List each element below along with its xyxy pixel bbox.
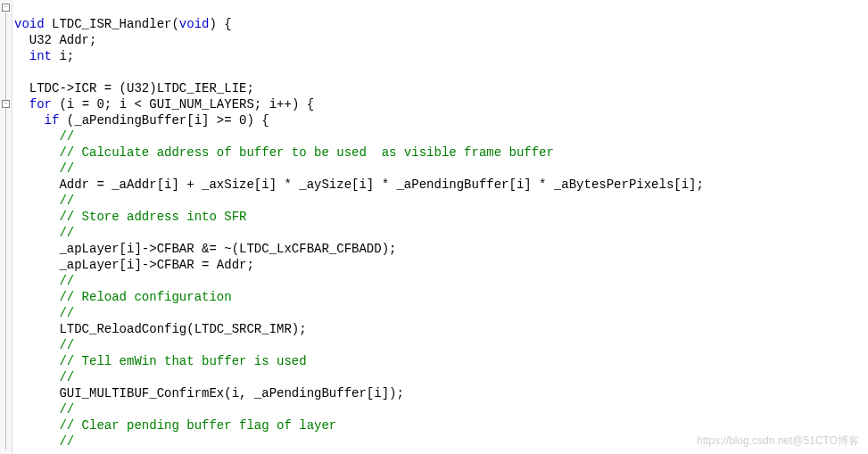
code-text: (_aPendingBuffer[i] >= 0) { (59, 113, 269, 128)
comment-line: // Calculate address of buffer to be use… (14, 145, 554, 160)
comment-line: // Store address into SFR (14, 210, 246, 224)
comment-line: // (14, 434, 74, 449)
code-line: if (_aPendingBuffer[i] >= 0) { (14, 113, 269, 128)
code-line: void LTDC_ISR_Handler(void) { (14, 17, 232, 31)
comment-line: // (14, 129, 74, 144)
watermark-text: https://blog.csdn.net@51CTO博客 (697, 433, 859, 449)
keyword: int (29, 49, 52, 63)
comment-line: // (14, 370, 74, 384)
code-line: _apLayer[i]->CFBAR = Addr; (14, 258, 254, 272)
comment-line: // (14, 194, 74, 208)
code-line: Addr = _aAddr[i] + _axSize[i] * _aySize[… (14, 177, 704, 192)
comment-line: // Reload configuration (14, 290, 232, 304)
comment-line: // Clear pending buffer flag of layer (14, 418, 336, 433)
comment-line: // (14, 338, 74, 352)
code-text (14, 49, 29, 63)
fold-guide-line (5, 12, 6, 450)
code-text: LTDC_ISR_Handler( (45, 17, 179, 31)
comment-line: // (14, 161, 74, 176)
code-line: LTDC_ReloadConfig(LTDC_SRCR_IMR); (14, 322, 307, 336)
comment-line: // (14, 274, 74, 288)
code-line: LTDC->ICR = (U32)LTDC_IER_LIE; (14, 81, 254, 95)
fold-toggle-icon[interactable]: - (2, 4, 10, 12)
code-text: ) { (209, 17, 231, 31)
comment-line: // (14, 402, 74, 417)
comment-line: // Tell emWin that buffer is used (14, 354, 307, 368)
code-text: i; (52, 49, 74, 63)
keyword: if (45, 113, 60, 128)
code-line: _apLayer[i]->CFBAR &= ~(LTDC_LxCFBAR_CFB… (14, 242, 396, 256)
code-line: U32 Addr; (14, 33, 96, 47)
code-text (14, 113, 45, 128)
fold-toggle-icon[interactable]: - (2, 100, 10, 108)
fold-gutter: - - (0, 0, 12, 454)
comment-line: // (14, 226, 74, 240)
keyword: void (179, 17, 210, 31)
keyword: for (29, 97, 52, 111)
code-block: void LTDC_ISR_Handler(void) { U32 Addr; … (12, 0, 704, 450)
keyword: void (14, 17, 45, 31)
code-text: (i = 0; i < GUI_NUM_LAYERS; i++) { (52, 97, 314, 111)
code-text (14, 97, 29, 111)
comment-line: // (14, 306, 74, 320)
code-line: for (i = 0; i < GUI_NUM_LAYERS; i++) { (14, 97, 314, 111)
code-line: GUI_MULTIBUF_ConfirmEx(i, _aPendingBuffe… (14, 386, 404, 400)
code-line: int i; (14, 49, 74, 63)
